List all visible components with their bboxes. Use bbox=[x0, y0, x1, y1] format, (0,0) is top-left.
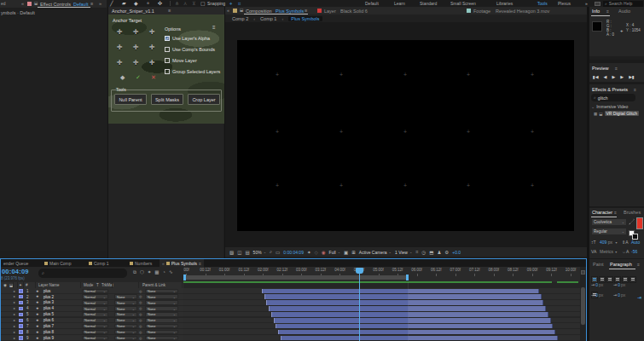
pick-whip-icon[interactable]: ◎ bbox=[139, 294, 142, 298]
first-frame-button[interactable]: ▮◀ bbox=[593, 74, 599, 79]
timeline-tab-ender-queue[interactable]: ender Queue bbox=[1, 259, 31, 267]
workspace-tab-libraries[interactable]: Libraries bbox=[496, 0, 513, 7]
share-view-icon[interactable]: ⌗ bbox=[415, 249, 418, 255]
vertical-scrollbar[interactable] bbox=[581, 287, 585, 325]
comp-viewer[interactable]: +++++++++++++++ bbox=[225, 22, 588, 247]
workspace-tab-standard[interactable]: Standard bbox=[420, 0, 437, 7]
layer-color-swatch[interactable] bbox=[19, 336, 23, 340]
magnification-select[interactable]: 50%⌄ bbox=[253, 250, 266, 255]
layer-name[interactable]: plus bbox=[44, 289, 50, 293]
space-after-field[interactable]: ⇥0px bbox=[613, 292, 625, 298]
eyedropper-icon[interactable] bbox=[629, 218, 635, 226]
panel-menu-icon[interactable]: ≡ bbox=[614, 210, 617, 215]
trkmat-select[interactable]: None⌄ bbox=[114, 300, 137, 305]
parent-select[interactable]: None⌄ bbox=[145, 324, 178, 329]
cancel-x-icon[interactable]: ✕ bbox=[151, 74, 156, 81]
workspace-tab-plexus[interactable]: Plexus bbox=[558, 0, 571, 7]
pick-whip-icon[interactable]: ◎ bbox=[139, 300, 142, 304]
mode-select[interactable]: Normal⌄ bbox=[82, 306, 108, 311]
layer-track[interactable] bbox=[183, 318, 580, 324]
stroke-swatch[interactable] bbox=[632, 234, 638, 240]
breadcrumb-item-plus-symbols[interactable]: Plus Symbols bbox=[288, 16, 322, 21]
layer-name[interactable]: plus 2 bbox=[44, 295, 54, 299]
anchor-target-cell-1-1[interactable]: ✛ bbox=[130, 42, 142, 54]
layer-row-plus-9[interactable]: ▸9★plus 9Normal⌄None⌄◎None⌄ bbox=[1, 335, 183, 341]
trkmat-select[interactable]: None⌄ bbox=[114, 330, 137, 335]
layer-name[interactable]: plus 7 bbox=[44, 324, 54, 328]
tab-composition[interactable]: Composition bbox=[246, 9, 272, 14]
indent-right-field[interactable]: ⇥0px bbox=[613, 282, 625, 287]
mode-select[interactable]: Normal⌄ bbox=[82, 289, 108, 294]
layer-track[interactable] bbox=[183, 294, 580, 300]
tab-effect-controls[interactable]: Effect Controls bbox=[40, 2, 71, 7]
anchor-target-cell-0-1[interactable]: ✛ bbox=[130, 26, 142, 38]
layer-color-swatch[interactable] bbox=[19, 330, 23, 334]
layer-color-swatch[interactable] bbox=[19, 319, 23, 323]
comp-frame[interactable]: +++++++++++++++ bbox=[237, 40, 574, 231]
channels-rgb-icon[interactable]: ◉ bbox=[322, 250, 326, 255]
parent-select[interactable]: None⌄ bbox=[145, 336, 178, 341]
layer-row-plus-6[interactable]: ▸6★plus 6Normal⌄None⌄◎None⌄ bbox=[1, 318, 183, 324]
twirl-arrow-icon[interactable]: ▸ bbox=[14, 306, 15, 310]
twirl-arrow-icon[interactable]: ▸ bbox=[14, 312, 15, 316]
clone-stamp-tool-icon[interactable]: ▰ bbox=[122, 0, 126, 7]
settings-gear-icon[interactable]: ⚙ bbox=[444, 250, 449, 255]
effects-item-vr-digital-glitch[interactable]: ▦⬓VR Digital Glitch bbox=[594, 111, 639, 116]
pick-whip-icon[interactable]: ◎ bbox=[139, 324, 142, 328]
comp-mini-flowchart-icon[interactable]: ⧉ bbox=[133, 269, 136, 275]
mode-select[interactable]: Normal⌄ bbox=[82, 300, 108, 305]
checkbox-group-selected-layers[interactable] bbox=[165, 69, 170, 74]
layer-name[interactable]: plus 4 bbox=[44, 306, 54, 310]
puppet-pin-tool-icon[interactable]: ✜ bbox=[158, 0, 162, 7]
layer-duration-bar[interactable] bbox=[266, 300, 543, 305]
layer-duration-bar[interactable] bbox=[274, 318, 551, 323]
layer-row-plus-7[interactable]: ▸7★plus 7Normal⌄None⌄◎None⌄ bbox=[1, 323, 183, 329]
parent-select[interactable]: None⌄ bbox=[145, 300, 178, 305]
shy-column-icon[interactable]: ✦ bbox=[19, 283, 22, 287]
parent-select[interactable]: None⌄ bbox=[145, 289, 178, 294]
help-search-input[interactable]: ⌕Search Help bbox=[603, 1, 643, 7]
exposure-value[interactable]: +0.0 bbox=[452, 250, 461, 255]
layer-row-plus-8[interactable]: ▸8★plus 8Normal⌄None⌄◎None⌄ bbox=[1, 329, 183, 335]
viewer-timecode[interactable]: 0:00:04:09 bbox=[283, 250, 304, 255]
transparency-grid-icon[interactable]: ⊞ bbox=[351, 250, 356, 255]
prev-frame-button[interactable]: ◀ bbox=[604, 74, 607, 79]
chevron-down-icon[interactable]: ⌄ bbox=[591, 104, 595, 109]
panel-menu-icon[interactable]: ≡ bbox=[615, 66, 618, 71]
twirl-arrow-icon[interactable]: ▸ bbox=[14, 300, 15, 304]
trkmat-select[interactable]: None⌄ bbox=[114, 318, 137, 323]
crop-layer-button[interactable]: Crop Layer bbox=[188, 94, 220, 105]
null-parent-button[interactable]: Null Parent bbox=[114, 94, 147, 105]
mode-select[interactable]: Normal⌄ bbox=[82, 330, 108, 335]
workspace-tab-»[interactable]: » bbox=[585, 0, 588, 7]
timeline-search-input[interactable]: ⌕ bbox=[38, 269, 127, 278]
effects-group-label[interactable]: Immersive Video bbox=[596, 104, 628, 109]
layer-duration-bar[interactable] bbox=[276, 324, 553, 329]
layer-color-swatch[interactable] bbox=[19, 307, 23, 311]
layer-name[interactable]: plus 5 bbox=[44, 312, 54, 316]
comp-marker-button[interactable] bbox=[581, 270, 585, 275]
layer-duration-bar[interactable] bbox=[262, 289, 539, 294]
mode-select[interactable]: Normal⌄ bbox=[82, 324, 108, 329]
snapping-checkbox[interactable]: ▢ bbox=[200, 0, 206, 7]
effects-item-label[interactable]: VR Digital Glitch bbox=[605, 111, 639, 116]
mode-select[interactable]: Normal⌄ bbox=[82, 318, 108, 323]
checkbox-use-layer-s-alpha[interactable]: ✓ bbox=[165, 36, 170, 41]
view-layout-select[interactable]: 1 View⌄ bbox=[395, 250, 412, 255]
workspace-pixel-icon[interactable]: ♟ bbox=[437, 250, 441, 255]
split-masks-button[interactable]: Split Masks bbox=[151, 94, 183, 105]
layer-track[interactable] bbox=[183, 312, 580, 318]
layer-color-swatch[interactable] bbox=[19, 295, 23, 299]
panel-collapse-chevron[interactable]: « bbox=[162, 261, 165, 266]
breadcrumb-item-comp-2[interactable]: Comp 2 bbox=[232, 16, 248, 21]
work-area-end-line[interactable] bbox=[408, 282, 409, 341]
work-area-start-handle[interactable] bbox=[183, 275, 186, 280]
panel-menu-icon[interactable]: ≡ bbox=[199, 261, 201, 266]
trkmat-select[interactable]: None⌄ bbox=[114, 294, 137, 299]
tracking-value[interactable]: -56 bbox=[631, 249, 637, 254]
hanging-indent-icon[interactable]: ⇥ bbox=[637, 294, 641, 300]
align-button-5[interactable] bbox=[629, 276, 636, 283]
panel-collapse-chevron[interactable]: « bbox=[227, 8, 229, 13]
layer-name[interactable]: plus 9 bbox=[44, 336, 54, 340]
layer-track[interactable] bbox=[183, 323, 580, 329]
